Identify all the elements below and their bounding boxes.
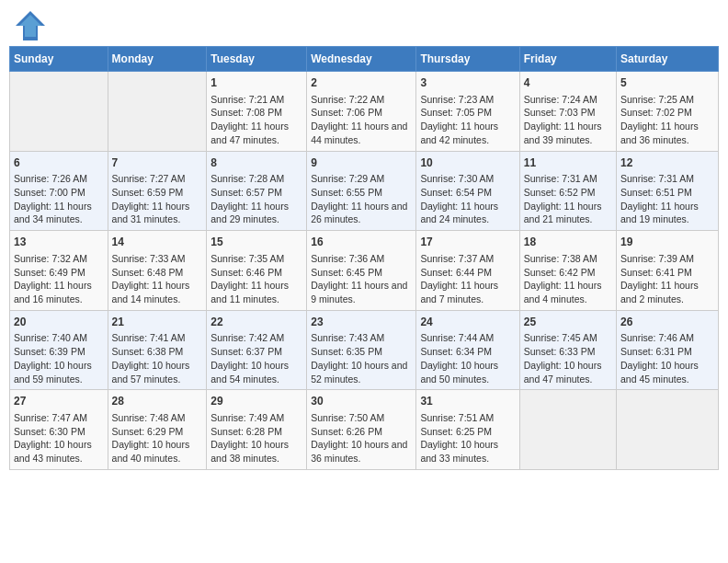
weekday-header-monday: Monday (108, 47, 207, 72)
calendar-cell: 2Sunrise: 7:22 AM Sunset: 7:06 PM Daylig… (307, 72, 416, 152)
calendar-cell: 7Sunrise: 7:27 AM Sunset: 6:59 PM Daylig… (108, 151, 207, 231)
day-info: Sunrise: 7:31 AM Sunset: 6:52 PM Dayligh… (524, 172, 612, 226)
calendar-cell: 4Sunrise: 7:24 AM Sunset: 7:03 PM Daylig… (519, 72, 616, 152)
day-info: Sunrise: 7:45 AM Sunset: 6:33 PM Dayligh… (524, 331, 612, 385)
calendar-cell: 16Sunrise: 7:36 AM Sunset: 6:45 PM Dayli… (307, 231, 416, 311)
day-info: Sunrise: 7:43 AM Sunset: 6:35 PM Dayligh… (311, 331, 412, 385)
day-info: Sunrise: 7:42 AM Sunset: 6:37 PM Dayligh… (210, 331, 302, 385)
day-number: 19 (620, 235, 714, 250)
calendar-header: SundayMondayTuesdayWednesdayThursdayFrid… (10, 47, 719, 72)
day-number: 30 (311, 394, 412, 409)
calendar-cell: 9Sunrise: 7:29 AM Sunset: 6:55 PM Daylig… (307, 151, 416, 231)
day-number: 13 (14, 235, 104, 250)
logo-icon (14, 9, 41, 37)
day-info: Sunrise: 7:36 AM Sunset: 6:45 PM Dayligh… (311, 252, 412, 306)
day-number: 2 (311, 75, 412, 91)
day-info: Sunrise: 7:25 AM Sunset: 7:02 PM Dayligh… (620, 93, 714, 147)
day-number: 16 (311, 235, 412, 250)
calendar-cell (108, 72, 207, 152)
calendar-cell: 18Sunrise: 7:38 AM Sunset: 6:42 PM Dayli… (519, 231, 616, 311)
calendar-table: SundayMondayTuesdayWednesdayThursdayFrid… (9, 46, 719, 470)
day-number: 7 (112, 155, 203, 171)
calendar-cell: 20Sunrise: 7:40 AM Sunset: 6:39 PM Dayli… (10, 310, 108, 390)
week-row-1: 1Sunrise: 7:21 AM Sunset: 7:08 PM Daylig… (10, 72, 719, 152)
day-number: 18 (524, 235, 612, 250)
calendar-cell: 8Sunrise: 7:28 AM Sunset: 6:57 PM Daylig… (207, 151, 307, 231)
day-info: Sunrise: 7:29 AM Sunset: 6:55 PM Dayligh… (311, 172, 412, 226)
calendar-cell: 22Sunrise: 7:42 AM Sunset: 6:37 PM Dayli… (207, 310, 307, 390)
day-info: Sunrise: 7:46 AM Sunset: 6:31 PM Dayligh… (620, 331, 714, 385)
day-number: 1 (210, 75, 302, 91)
calendar-cell: 13Sunrise: 7:32 AM Sunset: 6:49 PM Dayli… (10, 231, 108, 311)
weekday-header-wednesday: Wednesday (307, 47, 416, 72)
calendar-cell: 21Sunrise: 7:41 AM Sunset: 6:38 PM Dayli… (108, 310, 207, 390)
calendar-cell (519, 390, 616, 470)
day-info: Sunrise: 7:48 AM Sunset: 6:29 PM Dayligh… (112, 411, 203, 465)
calendar-cell (617, 390, 719, 470)
day-number: 31 (420, 394, 515, 409)
week-row-4: 20Sunrise: 7:40 AM Sunset: 6:39 PM Dayli… (10, 310, 719, 390)
calendar-cell: 26Sunrise: 7:46 AM Sunset: 6:31 PM Dayli… (617, 310, 719, 390)
calendar-cell: 31Sunrise: 7:51 AM Sunset: 6:25 PM Dayli… (416, 390, 519, 470)
calendar-cell: 23Sunrise: 7:43 AM Sunset: 6:35 PM Dayli… (307, 310, 416, 390)
day-info: Sunrise: 7:24 AM Sunset: 7:03 PM Dayligh… (524, 93, 612, 147)
day-info: Sunrise: 7:28 AM Sunset: 6:57 PM Dayligh… (210, 172, 302, 226)
svg-marker-1 (19, 15, 41, 37)
calendar-cell: 14Sunrise: 7:33 AM Sunset: 6:48 PM Dayli… (108, 231, 207, 311)
calendar-cell: 6Sunrise: 7:26 AM Sunset: 7:00 PM Daylig… (10, 151, 108, 231)
weekday-header-thursday: Thursday (416, 47, 519, 72)
day-number: 14 (112, 235, 203, 250)
day-number: 8 (210, 155, 302, 171)
calendar-cell: 5Sunrise: 7:25 AM Sunset: 7:02 PM Daylig… (617, 72, 719, 152)
day-info: Sunrise: 7:37 AM Sunset: 6:44 PM Dayligh… (420, 252, 515, 306)
week-row-5: 27Sunrise: 7:47 AM Sunset: 6:30 PM Dayli… (10, 390, 719, 470)
day-number: 3 (420, 75, 515, 91)
day-info: Sunrise: 7:51 AM Sunset: 6:25 PM Dayligh… (420, 411, 515, 465)
day-number: 26 (620, 315, 714, 330)
day-info: Sunrise: 7:23 AM Sunset: 7:05 PM Dayligh… (420, 93, 515, 147)
day-info: Sunrise: 7:47 AM Sunset: 6:30 PM Dayligh… (14, 411, 104, 465)
day-info: Sunrise: 7:21 AM Sunset: 7:08 PM Dayligh… (210, 93, 302, 147)
calendar-cell: 10Sunrise: 7:30 AM Sunset: 6:54 PM Dayli… (416, 151, 519, 231)
day-number: 22 (210, 315, 302, 330)
day-number: 25 (524, 315, 612, 330)
day-number: 23 (311, 315, 412, 330)
day-number: 11 (524, 155, 612, 171)
day-info: Sunrise: 7:38 AM Sunset: 6:42 PM Dayligh… (524, 252, 612, 306)
day-number: 5 (620, 75, 714, 91)
day-info: Sunrise: 7:40 AM Sunset: 6:39 PM Dayligh… (14, 331, 104, 385)
day-number: 20 (14, 315, 104, 330)
page-header (9, 9, 719, 37)
weekday-header-row: SundayMondayTuesdayWednesdayThursdayFrid… (10, 47, 719, 72)
day-number: 10 (420, 155, 515, 171)
calendar-cell: 19Sunrise: 7:39 AM Sunset: 6:41 PM Dayli… (617, 231, 719, 311)
calendar-cell: 29Sunrise: 7:49 AM Sunset: 6:28 PM Dayli… (207, 390, 307, 470)
calendar-cell: 30Sunrise: 7:50 AM Sunset: 6:26 PM Dayli… (307, 390, 416, 470)
day-number: 27 (14, 394, 104, 409)
week-row-2: 6Sunrise: 7:26 AM Sunset: 7:00 PM Daylig… (10, 151, 719, 231)
day-info: Sunrise: 7:22 AM Sunset: 7:06 PM Dayligh… (311, 93, 412, 147)
day-number: 24 (420, 315, 515, 330)
day-number: 12 (620, 155, 714, 171)
calendar-cell: 28Sunrise: 7:48 AM Sunset: 6:29 PM Dayli… (108, 390, 207, 470)
calendar-cell: 11Sunrise: 7:31 AM Sunset: 6:52 PM Dayli… (519, 151, 616, 231)
calendar-cell: 3Sunrise: 7:23 AM Sunset: 7:05 PM Daylig… (416, 72, 519, 152)
day-info: Sunrise: 7:27 AM Sunset: 6:59 PM Dayligh… (112, 172, 203, 226)
day-info: Sunrise: 7:30 AM Sunset: 6:54 PM Dayligh… (420, 172, 515, 226)
day-info: Sunrise: 7:44 AM Sunset: 6:34 PM Dayligh… (420, 331, 515, 385)
day-number: 4 (524, 75, 612, 91)
day-number: 6 (14, 155, 104, 171)
day-number: 9 (311, 155, 412, 171)
weekday-header-saturday: Saturday (617, 47, 719, 72)
week-row-3: 13Sunrise: 7:32 AM Sunset: 6:49 PM Dayli… (10, 231, 719, 311)
day-info: Sunrise: 7:33 AM Sunset: 6:48 PM Dayligh… (112, 252, 203, 306)
day-number: 15 (210, 235, 302, 250)
calendar-cell: 17Sunrise: 7:37 AM Sunset: 6:44 PM Dayli… (416, 231, 519, 311)
day-number: 29 (210, 394, 302, 409)
weekday-header-tuesday: Tuesday (207, 47, 307, 72)
calendar-cell (10, 72, 108, 152)
calendar-cell: 27Sunrise: 7:47 AM Sunset: 6:30 PM Dayli… (10, 390, 108, 470)
day-info: Sunrise: 7:35 AM Sunset: 6:46 PM Dayligh… (210, 252, 302, 306)
calendar-cell: 1Sunrise: 7:21 AM Sunset: 7:08 PM Daylig… (207, 72, 307, 152)
calendar-cell: 25Sunrise: 7:45 AM Sunset: 6:33 PM Dayli… (519, 310, 616, 390)
